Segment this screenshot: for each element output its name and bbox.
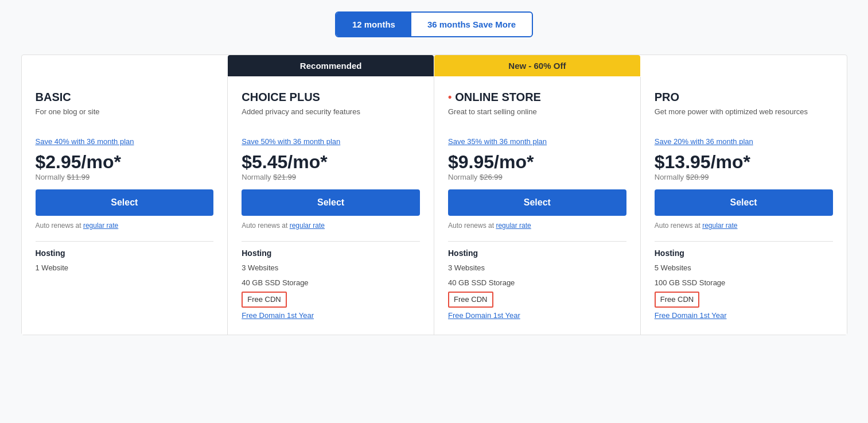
- billing-toggle: 12 months 36 months Save More: [335, 11, 533, 37]
- plan-pro-save-link[interactable]: Save 20% with 36 month plan: [655, 137, 833, 146]
- plan-onlinestore-badge: New - 60% Off: [434, 55, 640, 76]
- plan-onlinestore-save-link[interactable]: Save 35% with 36 month plan: [448, 137, 626, 146]
- plan-choiceplus-desc: Added privacy and security features: [242, 107, 420, 128]
- plan-pro-feature-cdn: Free CDN: [655, 292, 700, 308]
- plan-pro-select-button[interactable]: Select: [655, 189, 833, 216]
- plan-basic-feature-websites: 1 Website: [36, 262, 214, 274]
- plan-onlinestore-feature-websites: 3 Websites: [448, 262, 626, 274]
- plan-choiceplus-price: $5.45/mo*: [242, 152, 420, 173]
- plan-choiceplus-feature-websites: 3 Websites: [242, 262, 420, 274]
- plan-basic-hosting-label: Hosting: [36, 249, 214, 258]
- toggle-36months[interactable]: 36 months Save More: [411, 13, 532, 36]
- plan-choiceplus: Recommended CHOICE PLUS Added privacy an…: [228, 77, 434, 335]
- plan-onlinestore-price: $9.95/mo*: [448, 152, 626, 173]
- plan-onlinestore-feature-storage: 40 GB SSD Storage: [448, 277, 626, 289]
- plan-onlinestore-normal-price: Normally $26.99: [448, 173, 626, 181]
- plan-basic-price: $2.95/mo*: [36, 152, 214, 173]
- plan-basic-save-link[interactable]: Save 40% with 36 month plan: [36, 137, 214, 146]
- plan-basic-normal-price: Normally $11.99: [36, 173, 214, 181]
- plan-pro-desc: Get more power with optimized web resour…: [655, 107, 833, 128]
- toggle-save-label: Save More: [473, 20, 516, 29]
- plan-pro-name: PRO: [655, 91, 833, 104]
- plan-onlinestore-select-button[interactable]: Select: [448, 189, 626, 216]
- plan-choiceplus-select-button[interactable]: Select: [242, 189, 420, 216]
- plan-onlinestore-auto-renew: Auto renews at regular rate: [448, 222, 626, 230]
- plan-pro-feature-domain[interactable]: Free Domain 1st Year: [655, 311, 833, 320]
- plan-choiceplus-badge: Recommended: [228, 55, 434, 76]
- plan-onlinestore-desc: Great to start selling online: [448, 107, 626, 128]
- plan-onlinestore: New - 60% Off • ONLINE STORE Great to st…: [434, 77, 641, 335]
- plan-pro-feature-websites: 5 Websites: [655, 262, 833, 274]
- plan-pro-hosting-label: Hosting: [655, 249, 833, 258]
- plan-onlinestore-dot: •: [448, 91, 451, 103]
- plan-pro-normal-price: Normally $28.99: [655, 173, 833, 181]
- toggle-36months-label: 36 months: [427, 20, 470, 29]
- plan-choiceplus-auto-renew: Auto renews at regular rate: [242, 222, 420, 230]
- plan-basic-auto-renew: Auto renews at regular rate: [36, 222, 214, 230]
- toggle-12months-label: 12 months: [352, 20, 395, 29]
- plan-choiceplus-normal-price: Normally $21.99: [242, 173, 420, 181]
- plan-pro-price: $13.95/mo*: [655, 152, 833, 173]
- plan-choiceplus-feature-domain[interactable]: Free Domain 1st Year: [242, 311, 420, 320]
- plan-onlinestore-feature-cdn: Free CDN: [448, 292, 493, 308]
- plan-onlinestore-hosting-label: Hosting: [448, 249, 626, 258]
- plan-onlinestore-feature-domain[interactable]: Free Domain 1st Year: [448, 311, 626, 320]
- plan-pro-feature-storage: 100 GB SSD Storage: [655, 277, 833, 289]
- plan-pro-auto-renew: Auto renews at regular rate: [655, 222, 833, 230]
- plan-basic-select-button[interactable]: Select: [36, 189, 214, 216]
- plan-choiceplus-save-link[interactable]: Save 50% with 36 month plan: [242, 137, 420, 146]
- plan-choiceplus-feature-storage: 40 GB SSD Storage: [242, 277, 420, 289]
- toggle-12months[interactable]: 12 months: [336, 13, 411, 36]
- plan-choiceplus-feature-cdn: Free CDN: [242, 292, 287, 308]
- plan-choiceplus-name: CHOICE PLUS: [242, 91, 420, 104]
- plan-choiceplus-hosting-label: Hosting: [242, 249, 420, 258]
- plan-basic: BASIC For one blog or site Save 40% with…: [22, 77, 228, 335]
- plan-basic-desc: For one blog or site: [36, 107, 214, 128]
- plan-basic-name: BASIC: [36, 91, 214, 104]
- plan-pro: PRO Get more power with optimized web re…: [641, 77, 847, 335]
- plan-onlinestore-name: • ONLINE STORE: [448, 91, 626, 104]
- plans-container: BASIC For one blog or site Save 40% with…: [21, 55, 847, 335]
